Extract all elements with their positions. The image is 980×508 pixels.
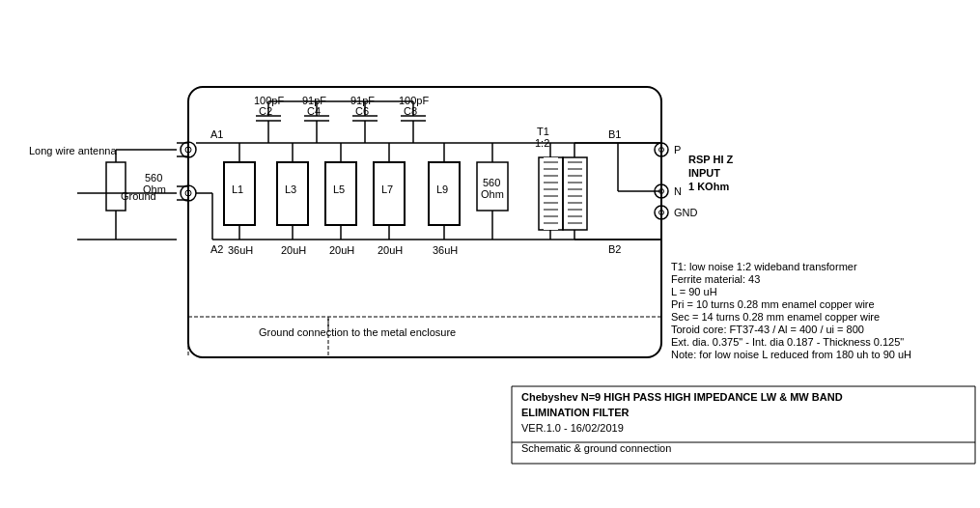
c8-id: C8 [404, 105, 417, 117]
l5-label: L5 [333, 183, 345, 195]
t1-info-2: Ferrite material: 43 [671, 273, 760, 285]
l9-label: L9 [436, 183, 448, 195]
main-title: Chebyshev N=9 HIGH PASS HIGH IMPEDANCE L… [521, 391, 843, 403]
t1-info-5: Sec = 14 turns 0.28 mm enamel copper wir… [671, 311, 880, 323]
t1-info-7: Ext. dia. 0.375" - Int. dia 0.187 - Thic… [671, 336, 904, 348]
l7-label: L7 [381, 183, 393, 195]
svg-rect-59 [544, 157, 558, 230]
p-label: P [674, 144, 681, 155]
t1-ratio: 1:2 [535, 137, 549, 149]
rsp-label: RSP HI Z [688, 154, 734, 165]
l1-val: 36uH [228, 244, 253, 256]
l3-val: 20uH [281, 244, 306, 256]
svg-rect-71 [563, 157, 587, 230]
schematic-diagram: A1 A2 [0, 0, 980, 508]
b1-label: B1 [608, 128, 621, 140]
ohm-center-unit: Ohm [481, 188, 504, 200]
t1-info-3: L = 90 uH [671, 286, 717, 297]
gnd-label: GND [674, 207, 698, 218]
t1-info-8: Note: for low noise L reduced from 180 u… [671, 349, 911, 360]
t1-info-4: Pri = 10 turns 0.28 mm enamel copper wir… [671, 298, 875, 310]
n-label: N [674, 185, 682, 197]
antenna-label: Long wire antenna [29, 145, 117, 156]
version-label: VER.1.0 - 16/02/2019 [521, 422, 624, 434]
rsp-impedance: 1 KOhm [688, 181, 729, 192]
t1-info-1: T1: low noise 1:2 wideband transformer [671, 261, 857, 272]
schematic-subtitle: Schematic & ground connection [521, 442, 671, 454]
ground-note: Ground connection to the metal enclosure [259, 326, 456, 338]
ohm-left-label: 560 [145, 172, 162, 183]
ohm-left-unit: Ohm [143, 183, 166, 195]
l9-val: 36uH [433, 244, 458, 256]
b2-label: B2 [608, 243, 621, 255]
rsp-input: INPUT [688, 167, 720, 179]
c6-id: C6 [355, 105, 369, 117]
l1-label: L1 [232, 183, 243, 195]
filter-title: ELIMINATION FILTER [521, 407, 629, 418]
l7-val: 20uH [378, 244, 403, 256]
t1-label: T1 [537, 126, 549, 137]
svg-rect-17 [106, 162, 126, 211]
ohm-center-label: 560 [483, 177, 500, 188]
c4-id: C4 [307, 105, 321, 117]
a1-label: A1 [210, 128, 223, 140]
c2-id: C2 [259, 105, 272, 117]
t1-info-6: Toroid core: FT37-43 / Al = 400 / ui = 8… [671, 324, 864, 335]
l5-val: 20uH [329, 244, 354, 256]
a2-label: A2 [210, 243, 223, 255]
l3-label: L3 [285, 183, 296, 195]
